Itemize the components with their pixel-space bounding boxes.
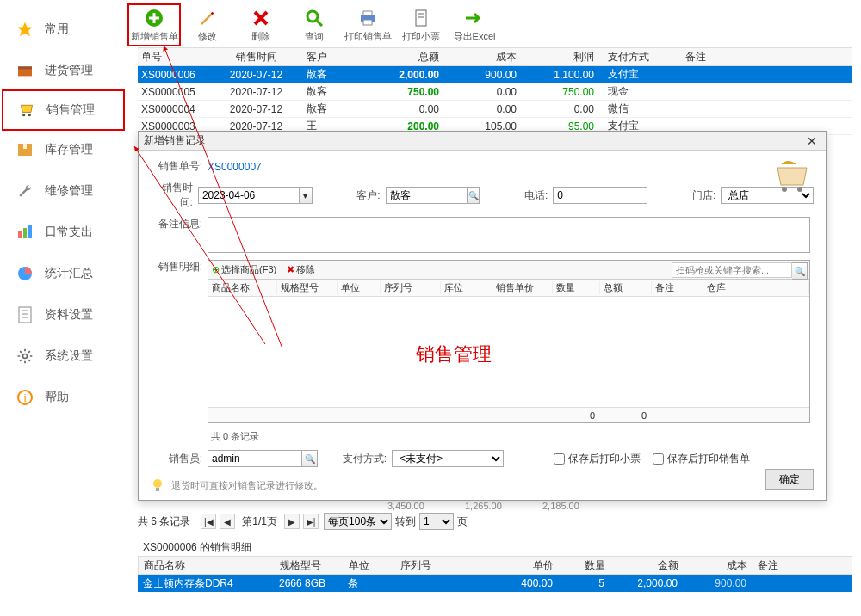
dialog-title-text: 新增销售记录 — [144, 133, 206, 148]
btn-remove[interactable]: ✖ 移除 — [287, 263, 315, 276]
per-page-select[interactable]: 每页100条 — [324, 513, 392, 530]
chk-print-order[interactable]: 保存后打印销售单 — [653, 452, 750, 466]
plus-icon: ⊕ — [212, 264, 220, 275]
table-header: 单号 销售时间 客户 总额 成本 利润 支付方式 备注 — [138, 47, 852, 66]
label-salesman: 销售员: — [151, 452, 202, 466]
th-note[interactable]: 备注 — [680, 50, 852, 65]
sidebar-item-system[interactable]: 系统设置 — [0, 336, 127, 377]
info-icon: i — [15, 388, 34, 407]
label-cust: 客户: — [338, 188, 381, 203]
search-icon[interactable]: 🔍 — [468, 187, 480, 204]
btn-search[interactable]: 查询 — [288, 3, 341, 46]
sidebar-item-stock[interactable]: 库存管理 — [0, 129, 127, 170]
toolbar: 新增销售单 修改 删除 查询 打印销售单 打印小票 导出Excel — [127, 0, 861, 47]
paymethod-select[interactable]: <未支付> — [392, 450, 504, 467]
label-remark: 备注信息: — [151, 217, 202, 231]
pager-first-icon[interactable]: |◀ — [201, 514, 216, 529]
th-cust[interactable]: 客户 — [301, 50, 370, 65]
new-sale-dialog: 新增销售记录 ✕ 销售单号: XS0000007 销售时间: ▾ 客户: 🔍 电… — [138, 131, 827, 501]
chk-print-receipt[interactable]: 保存后打印小票 — [554, 452, 641, 466]
customer-input[interactable] — [386, 187, 468, 204]
pie-icon — [15, 264, 34, 283]
cart-icon — [17, 101, 36, 120]
sidebar-label: 日常支出 — [45, 225, 93, 240]
remark-textarea[interactable] — [208, 217, 810, 253]
btn-delete[interactable]: 删除 — [234, 3, 288, 46]
goto-select[interactable]: 1 — [419, 513, 454, 530]
salesman-input[interactable] — [208, 450, 302, 467]
dialog-titlebar[interactable]: 新增销售记录 ✕ — [139, 132, 826, 151]
sidebar-label: 进货管理 — [45, 63, 93, 78]
btn-print-receipt[interactable]: 打印小票 — [394, 3, 448, 46]
detail-section-title: XS0000006 的销售明细 — [143, 540, 251, 555]
table-row[interactable]: XS0000006 2020-07-12 散客 2,000.00 900.00 … — [138, 66, 852, 83]
sales-table: 单号 销售时间 客户 总额 成本 利润 支付方式 备注 XS0000006 20… — [138, 47, 852, 135]
th-pay[interactable]: 支付方式 — [603, 50, 680, 65]
search-icon[interactable]: 🔍 — [792, 262, 808, 280]
svg-rect-7 — [18, 231, 22, 238]
sidebar-item-stats[interactable]: 统计汇总 — [0, 253, 127, 294]
close-icon[interactable]: ✕ — [803, 134, 821, 148]
sidebar-label: 销售管理 — [46, 102, 95, 118]
tool-label: 删除 — [251, 30, 270, 43]
svg-line-20 — [317, 21, 322, 26]
phone-input[interactable] — [553, 187, 647, 204]
x-icon — [251, 8, 271, 28]
receipt-icon — [411, 8, 431, 28]
label-order-no: 销售单号: — [151, 159, 202, 174]
btn-select-product[interactable]: ⊕ 选择商品(F3) — [212, 263, 276, 276]
detail-record-count: 共 0 条记录 — [211, 430, 814, 443]
pager-next-icon[interactable]: ▶ — [284, 514, 300, 529]
btn-print-order[interactable]: 打印销售单 — [341, 3, 394, 46]
sidebar-label: 库存管理 — [45, 142, 93, 157]
sidebar-label: 统计汇总 — [45, 266, 93, 281]
search-icon[interactable]: 🔍 — [302, 450, 318, 467]
confirm-button[interactable]: 确定 — [765, 469, 814, 490]
btn-export-excel[interactable]: 导出Excel — [448, 3, 501, 46]
sidebar-item-sales[interactable]: 销售管理 — [2, 89, 125, 131]
package-icon — [15, 140, 34, 159]
btn-edit[interactable]: 修改 — [181, 3, 234, 46]
bulb-icon — [151, 477, 166, 493]
tool-label: 新增销售单 — [131, 30, 178, 43]
pager-prev-icon[interactable]: ◀ — [220, 514, 235, 529]
detail-table-row[interactable]: 金士顿内存条DDR4 2666 8GB 条 400.00 5 2,000.00 … — [138, 575, 852, 592]
label-store: 门店: — [673, 188, 715, 203]
th-amt[interactable]: 总额 — [370, 50, 448, 65]
printer-icon — [357, 8, 378, 28]
tool-label: 修改 — [198, 30, 217, 43]
sidebar-item-purchase[interactable]: 进货管理 — [0, 50, 127, 91]
hint-text: 退货时可直接对销售记录进行修改。 — [171, 479, 323, 492]
table-row[interactable]: XS0000005 2020-07-12 散客 750.00 0.00 750.… — [138, 83, 852, 101]
svg-rect-2 — [18, 66, 32, 69]
table-row[interactable]: XS0000004 2020-07-12 散客 0.00 0.00 0.00 微… — [138, 101, 852, 118]
svg-point-28 — [797, 187, 802, 192]
gear-icon — [15, 347, 34, 366]
th-profit[interactable]: 利润 — [525, 50, 603, 65]
tool-label: 查询 — [305, 30, 324, 43]
btn-new-sale[interactable]: 新增销售单 — [127, 3, 181, 46]
sidebar-label: 资料设置 — [45, 307, 93, 323]
date-dropdown-icon[interactable]: ▾ — [300, 187, 313, 204]
sidebar-item-help[interactable]: i 帮助 — [0, 377, 127, 418]
cart-icon — [771, 159, 814, 194]
label-time: 销售时间: — [151, 181, 193, 210]
sidebar-item-data[interactable]: 资料设置 — [0, 294, 127, 336]
svg-rect-30 — [156, 488, 159, 491]
scan-search-input[interactable] — [672, 262, 792, 278]
th-cost[interactable]: 成本 — [448, 50, 525, 65]
th-date[interactable]: 销售时间 — [211, 50, 301, 65]
sidebar-item-expense[interactable]: 日常支出 — [0, 212, 127, 253]
pager-last-icon[interactable]: ▶| — [303, 514, 319, 529]
sidebar-item-common[interactable]: 常用 — [0, 9, 127, 50]
svg-point-3 — [22, 114, 25, 116]
svg-point-29 — [153, 479, 162, 488]
svg-marker-0 — [18, 22, 33, 37]
detail-header: 商品名称 规格型号 单位 序列号 库位 销售单价 数量 总额 备注 仓库 — [208, 280, 809, 297]
th-id[interactable]: 单号 — [138, 50, 211, 65]
chart-icon — [15, 223, 34, 242]
export-icon — [464, 8, 485, 28]
star-icon — [15, 20, 34, 39]
date-input[interactable] — [198, 187, 300, 204]
sidebar-item-repair[interactable]: 维修管理 — [0, 170, 127, 212]
